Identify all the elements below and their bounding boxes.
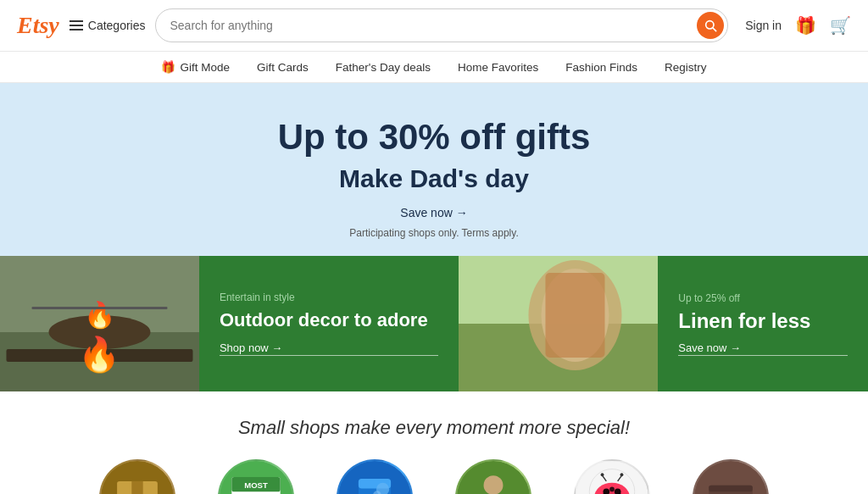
category-circle-kids-activities xyxy=(574,459,650,494)
category-circle-summer-clothing xyxy=(455,459,531,494)
gift-box-icon[interactable]: 🎁 xyxy=(795,15,816,36)
category-circle-up-to-30-off xyxy=(693,459,769,494)
svg-line-1 xyxy=(713,28,716,31)
svg-text:MOST: MOST xyxy=(244,480,268,490)
main-nav: 🎁 Gift Mode Gift Cards Father's Day deal… xyxy=(0,52,868,83)
promo-right-cta[interactable]: Save now → xyxy=(678,341,848,356)
etsy-logo[interactable]: Etsy xyxy=(17,12,59,39)
svg-rect-13 xyxy=(546,273,605,358)
promo-outdoor-decor: Entertain in style Outdoor decor to ador… xyxy=(199,256,459,391)
hero-banner: Up to 30% off gifts Make Dad's day Save … xyxy=(0,83,868,256)
search-button[interactable] xyxy=(697,12,724,39)
field-image xyxy=(459,256,658,391)
hero-subheadline: Make Dad's day xyxy=(17,164,851,193)
promo-left-cta[interactable]: Shop now → xyxy=(220,341,438,356)
hamburger-icon xyxy=(70,20,83,31)
promo-right-subtitle: Up to 25% off xyxy=(678,292,848,304)
svg-text:🔥: 🔥 xyxy=(84,300,116,330)
hero-save-now-link[interactable]: Save now → xyxy=(400,206,467,219)
search-icon xyxy=(704,19,717,32)
svg-rect-16 xyxy=(131,481,142,494)
category-kids-activities[interactable]: Kids Activities xyxy=(561,459,663,494)
svg-point-41 xyxy=(609,487,615,492)
svg-rect-4 xyxy=(6,349,192,362)
category-greeting-cards[interactable]: MOST VALUABLE DAD Greeting Cards xyxy=(205,459,307,494)
nav-registry[interactable]: Registry xyxy=(665,61,707,74)
fire-pit-image: 🔥 xyxy=(0,256,199,391)
promo-linen: Up to 25% off Linen for less Save now → xyxy=(658,256,868,391)
hero-note: Participating shops only. Terms apply. xyxy=(17,227,851,239)
category-barware[interactable]: Barware xyxy=(324,459,426,494)
search-bar xyxy=(155,8,728,42)
gift-icon: 🎁 xyxy=(161,60,175,74)
nav-gift-mode[interactable]: 🎁 Gift Mode xyxy=(161,60,230,74)
svg-point-49 xyxy=(620,473,624,476)
sign-in-link[interactable]: Sign in xyxy=(745,19,782,32)
categories-button[interactable]: Categories xyxy=(70,19,146,32)
cart-icon[interactable]: 🛒 xyxy=(830,15,851,36)
search-input[interactable] xyxy=(170,19,697,32)
categories-section: Small shops make every moment more speci… xyxy=(0,391,868,494)
nav-fathers-day[interactable]: Father's Day deals xyxy=(336,61,431,74)
category-gifts-dad[interactable]: 📦 Gifts for Dad xyxy=(86,459,188,494)
category-summer-clothing[interactable]: Summer Clothing xyxy=(442,459,544,494)
svg-rect-7 xyxy=(31,307,167,309)
nav-gift-cards[interactable]: Gift Cards xyxy=(257,61,309,74)
promo-row: 🔥 Entertain in style Outdoor decor to ad… xyxy=(0,256,868,391)
nav-home-favorites[interactable]: Home Favorites xyxy=(458,61,538,74)
header-actions: Sign in 🎁 🛒 xyxy=(745,15,851,36)
hero-headline: Up to 30% off gifts xyxy=(17,117,851,158)
category-circle-greeting-cards: MOST VALUABLE DAD xyxy=(218,459,294,494)
category-circle-barware xyxy=(337,459,413,494)
header: Etsy Categories Sign in 🎁 🛒 xyxy=(0,0,868,52)
promo-left-subtitle: Entertain in style xyxy=(220,291,438,303)
category-up-to-30-off[interactable]: Up to 30% Off. Terms apply xyxy=(680,459,782,494)
nav-fashion-finds[interactable]: Fashion Finds xyxy=(565,61,637,74)
svg-rect-52 xyxy=(709,486,753,492)
categories-headline: Small shops make every moment more speci… xyxy=(34,417,834,439)
category-circle-gifts-dad: 📦 xyxy=(99,459,175,494)
svg-point-48 xyxy=(601,473,604,476)
promo-left-title: Outdoor decor to adore xyxy=(220,308,438,333)
promo-right-title: Linen for less xyxy=(678,309,848,333)
category-circles: 📦 Gifts for Dad MOST VALUABLE DAD Greeti… xyxy=(34,459,834,494)
